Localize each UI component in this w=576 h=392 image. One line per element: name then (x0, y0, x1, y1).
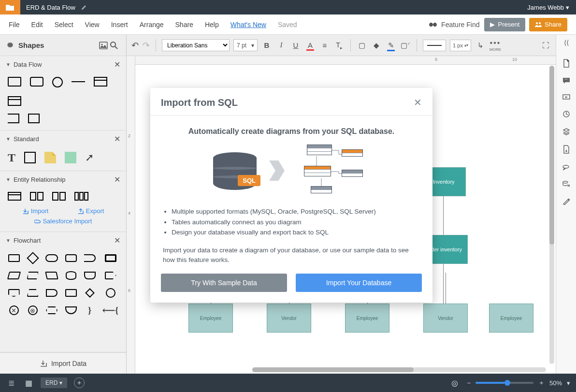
erd-import-link[interactable]: Import (22, 207, 49, 215)
chat-icon[interactable] (562, 163, 570, 170)
line-routing-button[interactable]: ↳ (475, 41, 486, 50)
close-icon[interactable]: ✕ (114, 236, 120, 245)
line-style-select[interactable] (423, 40, 446, 51)
shape-fc-16[interactable] (65, 288, 77, 298)
feature-find[interactable]: Feature Find (429, 21, 479, 29)
zoom-slider[interactable] (475, 382, 533, 384)
page-icon[interactable] (562, 59, 570, 68)
target-icon[interactable]: ◎ (449, 378, 460, 388)
entity-box[interactable]: Vendor (423, 304, 468, 333)
shape-fc-9[interactable] (45, 270, 58, 281)
shape-fc-6[interactable] (102, 253, 118, 263)
layers-icon[interactable] (562, 128, 570, 135)
undo-button[interactable]: ↶ (131, 40, 139, 51)
align-button[interactable]: ≡ (319, 41, 330, 49)
shape-fc-21[interactable] (45, 305, 58, 316)
presentation-icon[interactable] (562, 94, 570, 101)
fullscreen-button[interactable]: ⛶ (540, 41, 551, 49)
shape-external[interactable] (94, 77, 107, 87)
zoom-in-icon[interactable]: ＋ (538, 378, 545, 387)
text-style-button[interactable]: T▸ (334, 41, 345, 50)
whats-new-link[interactable]: What's New (230, 21, 272, 29)
shape-process[interactable] (8, 77, 21, 87)
shape-arrow[interactable]: ➚ (85, 151, 94, 164)
shape-fc-8[interactable] (27, 270, 39, 281)
entity-box[interactable]: Employee (188, 304, 233, 333)
data-linking-icon[interactable] (562, 180, 570, 188)
salesforce-import-link[interactable]: Salesforce Import (8, 218, 118, 225)
shape-datastore[interactable] (8, 114, 19, 123)
share-button[interactable]: Share (529, 18, 567, 31)
shape-external2[interactable] (8, 96, 21, 106)
shape-block[interactable] (24, 152, 36, 163)
shape-note[interactable] (44, 152, 56, 163)
search-icon[interactable] (110, 41, 120, 50)
shape-options-button[interactable]: ▢✓ (400, 41, 411, 50)
add-page-button[interactable]: ＋ (74, 377, 85, 388)
shape-fc-23[interactable]: } (84, 305, 96, 316)
border-color-button[interactable]: ✎ (386, 41, 396, 50)
folder-icon[interactable] (0, 0, 20, 15)
shape-fc-1[interactable] (8, 253, 20, 263)
shape-fc-14[interactable] (27, 288, 39, 298)
close-icon[interactable]: ✕ (414, 97, 422, 108)
shape-fc-12[interactable] (102, 270, 118, 281)
shape-entity-3col[interactable] (74, 192, 88, 201)
menu-help[interactable]: Help (205, 21, 225, 29)
close-icon[interactable]: ✕ (114, 60, 120, 69)
document-title[interactable]: ERD & Data Flow (20, 4, 81, 11)
shape-datastore-circle[interactable] (52, 77, 63, 87)
entity-box[interactable]: Vendor (267, 304, 311, 333)
close-icon[interactable]: ✕ (114, 134, 120, 144)
shape-fc-3[interactable] (45, 253, 58, 263)
shape-fc-4[interactable] (65, 253, 77, 263)
close-icon[interactable]: ✕ (114, 175, 120, 184)
bold-button[interactable]: B (261, 41, 272, 49)
shape-fc-17[interactable] (84, 288, 96, 298)
user-menu[interactable]: James Webb ▾ (520, 4, 576, 11)
shape-text[interactable]: T (8, 152, 15, 163)
shape-entity[interactable] (8, 192, 21, 201)
zoom-control[interactable]: − ＋ 50% ▾ (467, 378, 570, 387)
grid-view-icon[interactable]: ▦ (23, 378, 34, 388)
image-icon[interactable] (99, 42, 110, 49)
try-sample-button[interactable]: Try With Sample Data (161, 274, 287, 292)
redo-button[interactable]: ↷ (143, 40, 150, 51)
entity-box[interactable]: Employee (345, 304, 389, 333)
shape-fc-20[interactable]: ⊗ (27, 305, 39, 316)
line-width-select[interactable]: 1 px ▴▾ (450, 40, 471, 51)
italic-button[interactable]: I (276, 41, 287, 49)
menu-view[interactable]: View (85, 21, 105, 29)
font-size-select[interactable]: 7 pt▾ (233, 39, 258, 51)
menu-select[interactable]: Select (55, 21, 79, 29)
shape-entity-2col[interactable] (30, 192, 43, 201)
horizontal-scrollbar[interactable] (252, 367, 546, 372)
shape-fc-15[interactable] (45, 288, 58, 298)
shape-fc-19[interactable]: ✕ (8, 305, 20, 316)
shape-fc-13[interactable] (8, 288, 20, 298)
erd-export-link[interactable]: Export (77, 207, 104, 215)
shape-fc-10[interactable] (65, 270, 77, 281)
zoom-out-icon[interactable]: − (467, 379, 471, 387)
master-icon[interactable] (562, 145, 570, 154)
comment-icon[interactable]: "" (562, 77, 570, 84)
text-color-button[interactable]: A (305, 41, 316, 49)
shape-entity-2col-alt[interactable] (52, 192, 66, 201)
menu-arrange[interactable]: Arrange (140, 21, 170, 29)
menu-share[interactable]: Share (175, 21, 199, 29)
fill-button[interactable]: ◆ (371, 41, 382, 50)
menu-file[interactable]: File (9, 21, 26, 29)
shape-fc-18[interactable] (102, 288, 118, 298)
shape-flowline[interactable] (72, 81, 85, 82)
rename-icon[interactable] (81, 4, 87, 10)
more-button[interactable]: •••MORE (490, 39, 501, 52)
shape-fc-22[interactable] (65, 305, 77, 316)
section-entity-header[interactable]: ▼ Entity Relationship ✕ (0, 171, 126, 188)
present-button[interactable]: ▶ Present (484, 18, 525, 31)
shape-fc-2[interactable] (27, 253, 39, 263)
entity-box[interactable]: Employee (489, 304, 533, 333)
magic-icon[interactable] (562, 197, 570, 205)
menu-insert[interactable]: Insert (111, 21, 134, 29)
shape-fc-7[interactable] (8, 270, 20, 281)
vertical-scrollbar[interactable] (549, 66, 554, 364)
